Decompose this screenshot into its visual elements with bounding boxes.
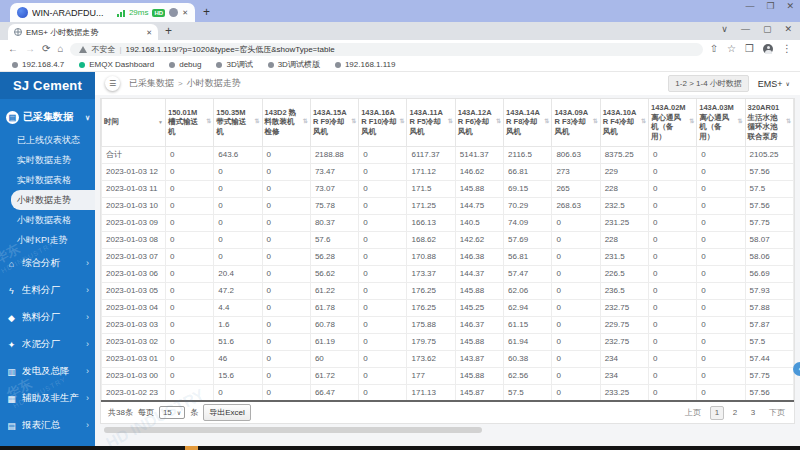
sidebar-group-collected-data[interactable]: 已采集数据 <box>0 105 95 130</box>
home-icon[interactable] <box>57 44 63 54</box>
bookmark-item[interactable]: debug <box>169 60 201 69</box>
window-search-tabs-icon[interactable] <box>721 25 728 34</box>
power-icon: ▥ <box>6 367 17 377</box>
table-row: 2023-01-03 05047.2061.220176.25145.8862.… <box>102 282 794 299</box>
sidebar-collapse-button[interactable] <box>793 362 800 376</box>
window-close-button[interactable] <box>784 25 792 34</box>
column-header[interactable]: 150.35M 带式输送机 <box>214 99 262 146</box>
value-cell: 61.78 <box>310 299 358 316</box>
sidebar-section-label: 熟料分厂 <box>22 311 81 324</box>
bookmark-item[interactable]: EMQX Dashboard <box>79 60 154 69</box>
bookmark-item[interactable]: 192.168.1.119 <box>335 60 396 69</box>
profile-avatar[interactable] <box>763 44 773 54</box>
side-panel-icon[interactable] <box>745 44 754 54</box>
sidebar-section-item[interactable]: ▤报表汇总 <box>0 412 95 439</box>
column-header[interactable]: 143A.12AR F6冷却风机 <box>455 99 503 146</box>
sidebar-section-item[interactable]: ✦水泥分厂 <box>0 331 95 358</box>
sidebar-subitem-item[interactable]: 小时数据表格 <box>0 210 95 230</box>
browser-tab-title: EMS+ 小时数据走势 <box>26 27 142 38</box>
column-header[interactable]: 143A.15AR F9冷却风机 <box>310 99 358 146</box>
column-header[interactable]: 143D2 熟料散装机检修 <box>262 99 310 146</box>
url-input[interactable]: 不安全 | 192.168.1.119/?p=1020&typee=窑头低压&s… <box>70 43 702 56</box>
chevron-right-icon <box>86 313 89 322</box>
back-icon[interactable] <box>8 44 18 54</box>
page-size-select[interactable]: 15 <box>159 406 185 419</box>
column-header[interactable]: 143A.11AR F5冷却风机 <box>407 99 455 146</box>
bookmark-favicon <box>268 62 274 68</box>
value-cell: 265 <box>552 180 600 197</box>
reload-icon[interactable] <box>42 44 50 54</box>
page-number-button[interactable]: 2 <box>728 406 742 420</box>
value-cell: 60 <box>310 350 358 367</box>
sidebar-subitem-item[interactable]: 实时数据走势 <box>0 150 95 170</box>
sidebar-section-item[interactable]: ▥发电及总降 <box>0 358 95 385</box>
column-header[interactable]: 150.01M 槽式输送机 <box>166 99 214 146</box>
sort-icon[interactable] <box>544 118 549 126</box>
remote-tab-close-icon[interactable] <box>182 9 188 16</box>
bookmark-item[interactable]: 3D调试 <box>216 59 252 70</box>
forward-icon[interactable] <box>25 44 35 54</box>
next-page-button[interactable]: 下页 <box>767 407 787 418</box>
column-header-label: 143A.11AR F5冷却风机 <box>409 108 446 137</box>
filter-caret-icon[interactable] <box>158 119 163 126</box>
column-header[interactable]: 143A.09AR F3冷却风机 <box>552 99 600 146</box>
sidebar-section-item[interactable]: ⌂综合分析 <box>0 250 95 277</box>
data-range-chip[interactable]: 1-2 > 1-4 小时数据 <box>668 75 748 92</box>
sort-icon[interactable] <box>593 118 598 126</box>
column-header[interactable]: 143A.16AR F10冷却风机 <box>359 99 407 146</box>
sort-icon[interactable] <box>786 118 791 126</box>
export-excel-button[interactable]: 导出Excel <box>203 404 251 421</box>
sidebar-subitem-item[interactable]: 小时KPI走势 <box>0 230 95 250</box>
browser-new-tab-button[interactable] <box>165 25 172 37</box>
sidebar-section-label: 生料分厂 <box>22 284 81 297</box>
page-number-button[interactable]: 3 <box>746 406 760 420</box>
sort-icon[interactable] <box>689 118 694 126</box>
sort-icon[interactable] <box>351 118 356 126</box>
hamburger-menu-button[interactable] <box>105 76 120 91</box>
remote-restore-button[interactable] <box>766 2 774 11</box>
column-header[interactable]: 143A.02M 离心通风机（备用） <box>648 99 696 146</box>
column-header[interactable]: 143A.03M 离心通风机（备用） <box>697 99 745 146</box>
browser-tab[interactable]: EMS+ 小时数据走势 <box>8 24 158 40</box>
sidebar-subitem-active[interactable]: 小时数据走势 <box>11 190 95 210</box>
column-header-label: 143D2 熟料散装机检修 <box>265 108 302 137</box>
remote-close-button[interactable] <box>786 2 794 11</box>
sort-icon[interactable] <box>738 118 743 126</box>
sort-icon[interactable] <box>448 118 453 126</box>
bookmark-star-icon[interactable] <box>727 44 736 54</box>
share-icon[interactable] <box>710 44 718 54</box>
value-cell: 175.88 <box>407 316 455 333</box>
sort-icon[interactable] <box>255 118 260 126</box>
page-number-button[interactable]: 1 <box>710 406 724 420</box>
remote-session-tab[interactable]: WIN-ARADFDU... 29ms HD <box>10 3 195 22</box>
column-header[interactable]: 320AR01 生活水池循环水池联合泵房 <box>745 99 793 146</box>
window-maximize-button[interactable] <box>763 25 772 34</box>
sidebar-section-item[interactable]: ⌕查看所有数据 <box>0 439 95 446</box>
sort-icon[interactable] <box>303 118 308 126</box>
column-header[interactable]: 143A.10AR F4冷却风机 <box>600 99 648 146</box>
sort-icon[interactable] <box>399 118 404 126</box>
remote-new-tab-button[interactable] <box>203 6 210 18</box>
remote-minimize-button[interactable] <box>745 2 754 11</box>
sidebar-section-item[interactable]: ◆熟料分厂 <box>0 304 95 331</box>
bookmark-label: debug <box>179 60 201 69</box>
column-header[interactable]: 143A.14AR F8冷却风机 <box>504 99 552 146</box>
window-minimize-button[interactable] <box>741 25 750 34</box>
sort-icon[interactable] <box>641 118 646 126</box>
browser-tab-close-icon[interactable] <box>146 29 152 36</box>
bookmark-item[interactable]: 3D调试横版 <box>268 59 320 70</box>
sort-icon[interactable] <box>496 118 501 126</box>
value-cell: 80.37 <box>310 214 358 231</box>
prev-page-button[interactable]: 上页 <box>683 407 703 418</box>
bookmark-item[interactable]: 192.168.4.7 <box>12 60 64 69</box>
breadcrumb-parent[interactable]: 已采集数据 <box>129 77 174 90</box>
sort-icon[interactable] <box>206 118 211 126</box>
sidebar-subitem-item[interactable]: 实时数据表格 <box>0 170 95 190</box>
sidebar-subitem-item[interactable]: 已上线仪表状态 <box>0 130 95 150</box>
browser-menu-icon[interactable] <box>782 44 792 54</box>
horizontal-scrollbar-thumb[interactable] <box>104 427 482 433</box>
sidebar-section-item[interactable]: ϟ生料分厂 <box>0 277 95 304</box>
sidebar-section-item[interactable]: ▦辅助及非生产 <box>0 385 95 412</box>
account-dropdown[interactable]: EMS+ <box>758 79 790 89</box>
column-header-time[interactable]: 时间 <box>102 99 166 146</box>
